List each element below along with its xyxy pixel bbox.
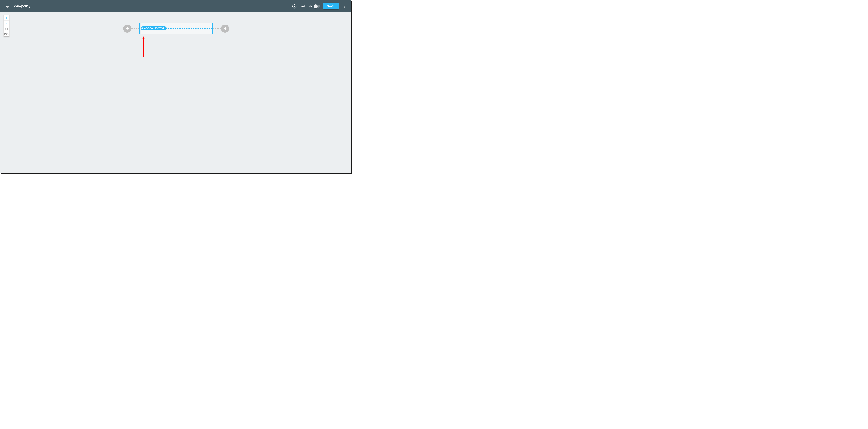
back-button[interactable]: [3, 2, 11, 10]
test-mode-label: Test mode: [300, 5, 312, 8]
arrow-right-icon: [223, 27, 227, 31]
flow-start-node[interactable]: [123, 25, 131, 33]
help-icon: [292, 4, 297, 8]
zoom-out-button[interactable]: −: [4, 21, 9, 26]
annotation-arrow: [142, 36, 145, 57]
dropzone-bracket-left: [140, 23, 141, 34]
header-actions: Test mode SAVE: [292, 3, 348, 9]
add-validator-label: ADD VALIDATOR: [144, 27, 165, 30]
more-vertical-icon: [343, 4, 347, 8]
flow-diagram: + ADD VALIDATOR: [123, 24, 229, 33]
app-frame: dev-policy Test mode SAVE + − 1:1 100%: [0, 0, 351, 173]
svg-marker-9: [142, 36, 145, 39]
toggle-knob: [314, 4, 318, 8]
help-button[interactable]: [292, 4, 297, 9]
connector-left: [131, 28, 140, 29]
zoom-reset-button[interactable]: 1:1: [4, 26, 9, 32]
page-title: dev-policy: [14, 4, 30, 8]
arrow-right-icon: [125, 27, 129, 31]
arrow-left-icon: [5, 4, 10, 8]
svg-point-5: [345, 7, 345, 8]
svg-point-3: [345, 5, 345, 5]
flow-end-node[interactable]: [221, 25, 229, 33]
zoom-level-label: 100%: [4, 32, 9, 37]
save-button[interactable]: SAVE: [323, 3, 339, 9]
test-mode-control: Test mode: [300, 5, 320, 8]
zoom-in-button[interactable]: +: [4, 15, 9, 21]
svg-point-4: [345, 6, 345, 6]
header-bar: dev-policy Test mode SAVE: [0, 0, 351, 12]
more-menu-button[interactable]: [342, 3, 348, 9]
add-validator-button[interactable]: + ADD VALIDATOR: [141, 26, 167, 30]
plus-icon: +: [142, 27, 144, 30]
test-mode-toggle[interactable]: [314, 5, 320, 8]
policy-canvas[interactable]: + − 1:1 100% + ADD VALIDATOR: [0, 12, 351, 173]
zoom-controls: + − 1:1 100%: [3, 15, 10, 37]
connector-right: [213, 28, 221, 29]
